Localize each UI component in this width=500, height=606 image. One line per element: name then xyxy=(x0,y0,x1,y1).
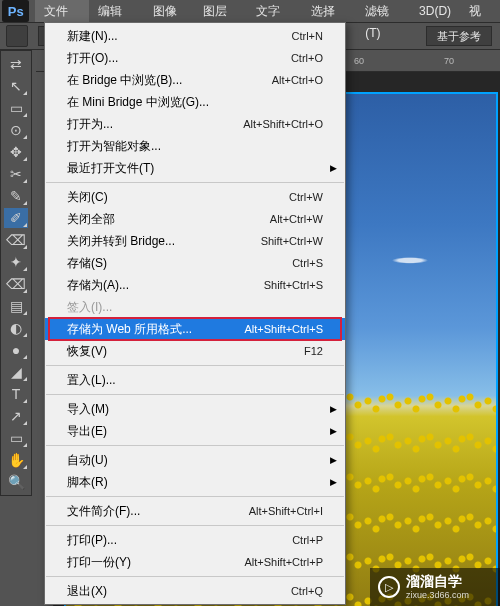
menu-item[interactable]: 存储为 Web 所用格式...Alt+Shift+Ctrl+S xyxy=(45,318,345,340)
ruler-tick: 70 xyxy=(444,56,454,66)
menu-item[interactable]: 脚本(R) xyxy=(45,471,345,493)
menu-edit[interactable]: 编辑(E) xyxy=(89,0,143,22)
menu-item-label: 在 Mini Bridge 中浏览(G)... xyxy=(67,94,323,111)
menu-item-label: 自动(U) xyxy=(67,452,323,469)
menu-item[interactable]: 打开为智能对象... xyxy=(45,135,345,157)
watermark-badge: ▷ 溜溜自学 zixue.3d66.com xyxy=(370,568,500,606)
menu-item[interactable]: 关闭并转到 Bridge...Shift+Ctrl+W xyxy=(45,230,345,252)
menu-item: 签入(I)... xyxy=(45,296,345,318)
menu-item-label: 最近打开文件(T) xyxy=(67,160,323,177)
menu-item[interactable]: 打印一份(Y)Alt+Shift+Ctrl+P xyxy=(45,551,345,573)
menu-item-shortcut: Ctrl+P xyxy=(292,534,323,546)
stamp-tool[interactable]: ⌫ xyxy=(4,230,28,250)
menu-item-shortcut: Alt+Shift+Ctrl+P xyxy=(244,556,323,568)
menu-separator xyxy=(46,576,344,577)
watermark-brand: 溜溜自学 xyxy=(406,573,469,590)
menu-item-label: 脚本(R) xyxy=(67,474,323,491)
menu-separator xyxy=(46,394,344,395)
current-tool-icon[interactable] xyxy=(6,25,28,47)
menu-item-label: 在 Bridge 中浏览(B)... xyxy=(67,72,272,89)
menu-item[interactable]: 导出(E) xyxy=(45,420,345,442)
menu-item[interactable]: 关闭(C)Ctrl+W xyxy=(45,186,345,208)
pen-tool[interactable]: ◢ xyxy=(4,362,28,382)
menu-item-label: 打印一份(Y) xyxy=(67,554,244,571)
menu-item-shortcut: Shift+Ctrl+S xyxy=(264,279,323,291)
quick-select-tool[interactable]: ✥ xyxy=(4,142,28,162)
menu-item-shortcut: Shift+Ctrl+W xyxy=(261,235,323,247)
menu-item[interactable]: 新建(N)...Ctrl+N xyxy=(45,25,345,47)
menu-item[interactable]: 最近打开文件(T) xyxy=(45,157,345,179)
menu-item-label: 打开为智能对象... xyxy=(67,138,323,155)
hand-tool[interactable]: ✋ xyxy=(4,450,28,470)
menu-item[interactable]: 打开(O)...Ctrl+O xyxy=(45,47,345,69)
play-icon: ▷ xyxy=(378,576,400,598)
menu-item-label: 打开(O)... xyxy=(67,50,291,67)
crop-tool[interactable]: ✂ xyxy=(4,164,28,184)
dodge-tool[interactable]: ● xyxy=(4,340,28,360)
menu-item-label: 存储为(A)... xyxy=(67,277,264,294)
ruler-tick: 60 xyxy=(354,56,364,66)
zoom-tool[interactable]: 🔍 xyxy=(4,472,28,492)
left-toolbar: ⇄ ↖ ▭ ⊙ ✥ ✂ ✎ ✐ ⌫ ✦ ⌫ ▤ ◐ ● ◢ T ↗ ▭ ✋ 🔍 xyxy=(0,50,32,496)
menu-view[interactable]: 视图 xyxy=(460,0,500,22)
path-select-tool[interactable]: ↗ xyxy=(4,406,28,426)
menu-item-label: 打印(P)... xyxy=(67,532,292,549)
menu-item-label: 关闭并转到 Bridge... xyxy=(67,233,261,250)
type-tool[interactable]: T xyxy=(4,384,28,404)
menubar: Ps 文件(F) 编辑(E) 图像(I) 图层(L) 文字(Y) 选择(S) 滤… xyxy=(0,0,500,22)
menu-item-label: 打开为... xyxy=(67,116,243,133)
menu-item-shortcut: Ctrl+S xyxy=(292,257,323,269)
menu-item[interactable]: 恢复(V)F12 xyxy=(45,340,345,362)
watermark-url: zixue.3d66.com xyxy=(406,590,469,601)
file-menu-dropdown: 新建(N)...Ctrl+N打开(O)...Ctrl+O在 Bridge 中浏览… xyxy=(44,22,346,605)
marquee-tool[interactable]: ▭ xyxy=(4,98,28,118)
menu-item-label: 新建(N)... xyxy=(67,28,292,45)
menu-item-shortcut: Alt+Shift+Ctrl+O xyxy=(243,118,323,130)
menu-item-shortcut: Alt+Ctrl+W xyxy=(270,213,323,225)
menu-item-shortcut: Ctrl+O xyxy=(291,52,323,64)
menu-layer[interactable]: 图层(L) xyxy=(194,0,247,22)
menu-item-label: 存储为 Web 所用格式... xyxy=(67,321,244,338)
menu-item[interactable]: 自动(U) xyxy=(45,449,345,471)
eyedropper-tool[interactable]: ✎ xyxy=(4,186,28,206)
menu-separator xyxy=(46,445,344,446)
menu-item[interactable]: 在 Bridge 中浏览(B)...Alt+Ctrl+O xyxy=(45,69,345,91)
menu-item-label: 文件简介(F)... xyxy=(67,503,249,520)
lasso-tool[interactable]: ⊙ xyxy=(4,120,28,140)
blur-tool[interactable]: ◐ xyxy=(4,318,28,338)
menu-type[interactable]: 文字(Y) xyxy=(247,0,301,22)
menu-item[interactable]: 文件简介(F)...Alt+Shift+Ctrl+I xyxy=(45,500,345,522)
menu-separator xyxy=(46,182,344,183)
menu-separator xyxy=(46,525,344,526)
menu-item[interactable]: 退出(X)Ctrl+Q xyxy=(45,580,345,602)
eraser-tool[interactable]: ⌫ xyxy=(4,274,28,294)
menu-3d[interactable]: 3D(D) xyxy=(410,0,460,22)
menu-item[interactable]: 导入(M) xyxy=(45,398,345,420)
menu-file[interactable]: 文件(F) xyxy=(35,0,89,22)
menu-separator xyxy=(46,496,344,497)
menu-item[interactable]: 在 Mini Bridge 中浏览(G)... xyxy=(45,91,345,113)
menu-item-label: 存储(S) xyxy=(67,255,292,272)
menu-item[interactable]: 打开为...Alt+Shift+Ctrl+O xyxy=(45,113,345,135)
menu-item[interactable]: 存储为(A)...Shift+Ctrl+S xyxy=(45,274,345,296)
menu-filter[interactable]: 滤镜(T) xyxy=(356,0,410,22)
rectangle-tool[interactable]: ▭ xyxy=(4,428,28,448)
menu-image[interactable]: 图像(I) xyxy=(144,0,194,22)
reference-button[interactable]: 基于参考 xyxy=(426,26,492,46)
menu-item-label: 退出(X) xyxy=(67,583,291,600)
menu-item[interactable]: 置入(L)... xyxy=(45,369,345,391)
menu-item-label: 导入(M) xyxy=(67,401,323,418)
menu-item-shortcut: Alt+Shift+Ctrl+S xyxy=(244,323,323,335)
gradient-tool[interactable]: ▤ xyxy=(4,296,28,316)
history-brush-tool[interactable]: ✦ xyxy=(4,252,28,272)
menu-item-shortcut: Alt+Ctrl+O xyxy=(272,74,323,86)
move-tool[interactable]: ↖ xyxy=(4,76,28,96)
menu-item[interactable]: 打印(P)...Ctrl+P xyxy=(45,529,345,551)
brush-tool[interactable]: ✐ xyxy=(4,208,28,228)
menu-item-label: 恢复(V) xyxy=(67,343,304,360)
menu-select[interactable]: 选择(S) xyxy=(302,0,356,22)
toggle-columns-icon[interactable]: ⇄ xyxy=(4,54,28,74)
menu-item[interactable]: 存储(S)Ctrl+S xyxy=(45,252,345,274)
menu-item[interactable]: 关闭全部Alt+Ctrl+W xyxy=(45,208,345,230)
menu-item-label: 导出(E) xyxy=(67,423,323,440)
